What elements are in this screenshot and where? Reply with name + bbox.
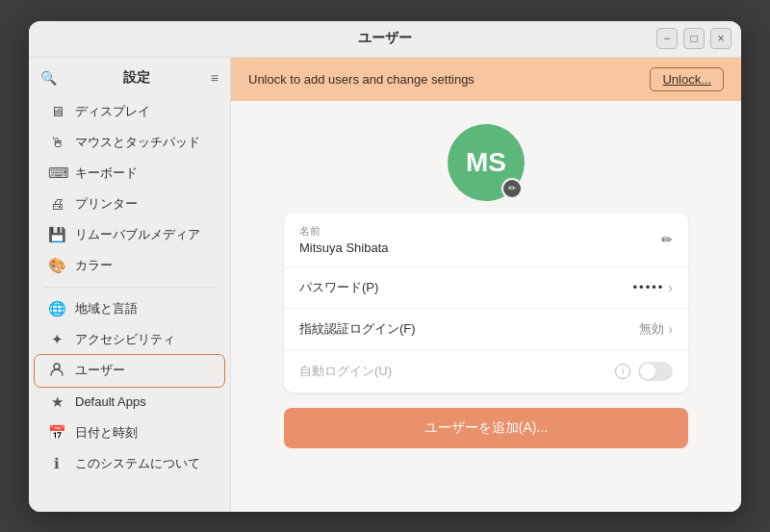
region-icon: 🌐: [48, 300, 65, 317]
sidebar-item-datetime[interactable]: 📅 日付と時刻: [35, 418, 224, 448]
edit-pencil-icon: ✏: [508, 183, 516, 193]
sidebar-item-mouse[interactable]: 🖱 マウスとタッチパッド: [35, 127, 224, 158]
sidebar-header: 🔍 設定 ≡: [29, 65, 230, 90]
sidebar-item-about[interactable]: ℹ このシステムについて: [35, 448, 224, 479]
sidebar-item-printer[interactable]: 🖨 プリンター: [35, 189, 224, 219]
autologin-row: 自動ログイン(U) i: [284, 350, 688, 393]
svg-point-0: [54, 364, 60, 369]
sidebar: 🔍 設定 ≡ 🖥 ディスプレイ 🖱 マウスとタッチパッド ⌨ キーボード 🖨 プ…: [29, 58, 231, 512]
sidebar-divider: [42, 287, 217, 288]
settings-window: ユーザー − □ × 🔍 設定 ≡ 🖥 ディスプレイ: [29, 21, 741, 512]
datetime-icon: 📅: [48, 424, 65, 442]
unlock-banner: Unlock to add users and change settings …: [231, 58, 741, 101]
accessibility-icon: ✦: [48, 331, 65, 348]
sidebar-item-removable[interactable]: 💾 リムーバブルメディア: [35, 219, 224, 250]
name-edit-icon[interactable]: ✏: [661, 232, 673, 247]
window-title: ユーザー: [358, 30, 412, 47]
autologin-controls: i: [615, 362, 673, 381]
fingerprint-label: 指紋認証ログイン(F): [299, 320, 416, 338]
mouse-icon: 🖱: [48, 134, 65, 150]
password-right: ••••• ›: [633, 280, 673, 295]
about-icon: ℹ: [48, 455, 65, 472]
name-label: 名前: [299, 224, 389, 239]
fingerprint-row[interactable]: 指紋認証ログイン(F) 無効 ›: [284, 309, 688, 350]
sidebar-item-region[interactable]: 🌐 地域と言語: [35, 293, 224, 324]
autologin-info-icon[interactable]: i: [615, 364, 630, 379]
sidebar-item-keyboard[interactable]: ⌨ キーボード: [35, 158, 224, 189]
users-icon: [48, 362, 65, 380]
sidebar-item-users[interactable]: ユーザー: [35, 355, 224, 387]
add-user-button[interactable]: ユーザーを追加(A)...: [284, 408, 688, 448]
password-row[interactable]: パスワード(P) ••••• ›: [284, 267, 688, 309]
color-icon: 🎨: [48, 257, 65, 274]
sidebar-item-display[interactable]: 🖥 ディスプレイ: [35, 96, 224, 127]
name-content: 名前 Mitsuya Shibata: [299, 224, 389, 255]
unlock-button[interactable]: Unlock...: [650, 67, 724, 91]
fingerprint-value: 無効: [639, 320, 664, 338]
autologin-toggle[interactable]: [638, 362, 673, 381]
avatar-wrapper: MS ✏: [448, 124, 525, 201]
unlock-text: Unlock to add users and change settings: [248, 72, 475, 87]
fingerprint-chevron-icon: ›: [668, 321, 673, 337]
minimize-button[interactable]: −: [656, 28, 678, 49]
password-label: パスワード(P): [299, 279, 378, 296]
window-controls: − □ ×: [656, 28, 732, 49]
printer-icon: 🖨: [48, 195, 65, 212]
close-button[interactable]: ×: [710, 28, 732, 49]
removable-icon: 💾: [48, 226, 65, 243]
user-section: MS ✏ 名前 Mitsuya Shibata: [231, 101, 741, 464]
display-icon: 🖥: [48, 103, 65, 119]
titlebar: ユーザー − □ ×: [29, 21, 741, 58]
name-edit-area: ✏: [661, 232, 673, 247]
name-value: Mitsuya Shibata: [299, 241, 389, 255]
content-area: 🔍 設定 ≡ 🖥 ディスプレイ 🖱 マウスとタッチパッド ⌨ キーボード 🖨 プ…: [29, 58, 741, 512]
password-dots: •••••: [633, 280, 665, 294]
keyboard-icon: ⌨: [48, 165, 65, 182]
default-apps-icon: ★: [48, 393, 65, 411]
sidebar-item-accessibility[interactable]: ✦ アクセシビリティ: [35, 324, 224, 355]
user-info-card: 名前 Mitsuya Shibata ✏ パスワード(P) ••••• ›: [284, 213, 688, 393]
main-panel: Unlock to add users and change settings …: [231, 58, 741, 512]
toggle-knob: [640, 364, 655, 379]
autologin-label: 自動ログイン(U): [299, 363, 392, 380]
avatar-edit-button[interactable]: ✏: [501, 178, 523, 199]
menu-icon[interactable]: ≡: [211, 70, 218, 86]
sidebar-title: 設定: [123, 69, 150, 87]
search-icon: 🔍: [40, 70, 57, 86]
name-row: 名前 Mitsuya Shibata ✏: [284, 213, 688, 267]
sidebar-item-color[interactable]: 🎨 カラー: [35, 250, 224, 281]
maximize-button[interactable]: □: [683, 28, 705, 49]
sidebar-item-default-apps[interactable]: ★ Default Apps: [35, 387, 224, 418]
password-chevron-icon: ›: [668, 280, 673, 295]
fingerprint-right: 無効 ›: [639, 320, 673, 338]
